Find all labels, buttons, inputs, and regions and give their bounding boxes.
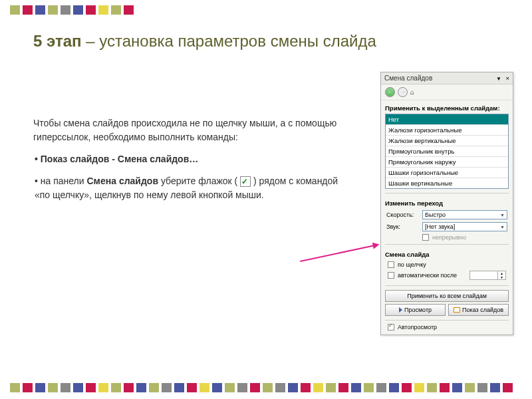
dropdown-icon[interactable]: ▼	[496, 76, 501, 82]
nav-forward-icon[interactable]: →	[398, 87, 408, 97]
on-click-label: по щелчку	[398, 261, 426, 268]
auto-after-label: автоматически после	[398, 272, 457, 279]
auto-after-checkbox[interactable]	[388, 272, 394, 279]
transition-option[interactable]: Жалюзи горизонтальные	[386, 125, 508, 136]
chevron-down-icon: ▼	[500, 213, 505, 217]
panel-controls: ▼ ×	[496, 74, 509, 82]
checkbox-example-icon	[240, 176, 251, 187]
speed-select[interactable]: Быстро▼	[422, 210, 507, 219]
sound-label: Звук:	[386, 223, 420, 230]
time-input[interactable]: ▲▼	[469, 271, 506, 280]
panel-title: Смена слайдов	[384, 74, 432, 82]
decorative-border-bottom	[10, 383, 513, 392]
autopreview-checkbox[interactable]	[388, 324, 394, 331]
transition-option[interactable]: Прямоугольник наружу	[386, 157, 508, 168]
transition-list[interactable]: Нет Жалюзи горизонтальные Жалюзи вертика…	[385, 114, 509, 189]
apply-label: Применить к выделенным слайдам:	[381, 100, 513, 114]
chevron-down-icon: ▼	[500, 225, 505, 229]
play-icon	[399, 307, 402, 313]
pointer-arrow	[300, 245, 375, 262]
transition-option[interactable]: Шашки горизонтальные	[386, 168, 508, 178]
decorative-border-top	[10, 5, 134, 15]
transition-option[interactable]: Жалюзи вертикальные	[386, 136, 508, 146]
advance-label: Смена слайда	[381, 247, 513, 260]
screen-icon	[454, 307, 460, 313]
sound-select[interactable]: [Нет звука]▼	[422, 222, 507, 231]
panel-nav: ← → ⌂	[381, 84, 513, 100]
on-click-checkbox[interactable]	[388, 261, 394, 268]
modify-label: Изменить переход	[381, 196, 513, 209]
transition-option[interactable]: Шашки вертикальные	[386, 178, 508, 188]
nav-home-icon[interactable]: ⌂	[410, 88, 414, 96]
preview-button[interactable]: Просмотр	[385, 304, 446, 316]
slideshow-button[interactable]: Показ слайдов	[448, 304, 509, 316]
nav-back-icon[interactable]: ←	[385, 87, 395, 97]
continuous-label: непрерывно	[432, 234, 466, 241]
apply-all-button[interactable]: Применить ко всем слайдам	[385, 290, 509, 302]
autopreview-label: Автопросмотр	[398, 324, 437, 331]
slide-transition-panel: Смена слайдов ▼ × ← → ⌂ Применить к выде…	[380, 72, 513, 335]
transition-option[interactable]: Прямоугольник внутрь	[386, 146, 508, 157]
continuous-checkbox[interactable]	[422, 234, 429, 241]
page-title: 5 этап – установка параметров смены слай…	[33, 32, 499, 51]
speed-label: Скорость:	[386, 211, 420, 218]
transition-option[interactable]: Нет	[386, 114, 508, 125]
content-text: Чтобы смена слайдов происходила не по ще…	[33, 116, 346, 210]
close-icon[interactable]: ×	[505, 74, 509, 82]
